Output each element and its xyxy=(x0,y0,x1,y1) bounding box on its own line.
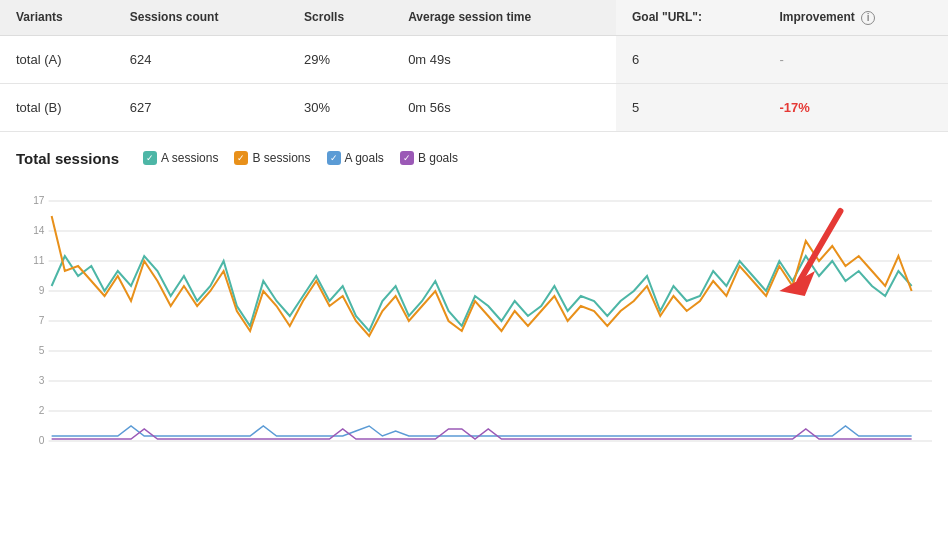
cell-sessions-count-a: 624 xyxy=(114,35,288,83)
cell-scrolls-a: 29% xyxy=(288,35,392,83)
cell-goal-url-b: 5 xyxy=(616,83,763,131)
svg-text:11: 11 xyxy=(33,255,45,266)
cell-variant-b: total (B) xyxy=(0,83,114,131)
svg-text:9: 9 xyxy=(39,285,45,296)
svg-text:17: 17 xyxy=(33,195,45,206)
chart-container: 0 2 3 5 7 9 11 14 17 xyxy=(16,181,932,481)
col-header-sessions-count: Sessions count xyxy=(114,0,288,35)
cell-sessions-count-b: 627 xyxy=(114,83,288,131)
legend-label-a-goals: A goals xyxy=(345,151,384,165)
table-row: total (B) 627 30% 0m 56s 5 -17% xyxy=(0,83,948,131)
b-goals-line xyxy=(52,429,912,439)
legend-label-b-sessions: B sessions xyxy=(252,151,310,165)
col-header-goal-url: Goal "URL": xyxy=(616,0,763,35)
arrow-annotation xyxy=(779,211,840,296)
svg-text:2: 2 xyxy=(39,405,45,416)
cell-scrolls-b: 30% xyxy=(288,83,392,131)
line-chart-svg: 0 2 3 5 7 9 11 14 17 xyxy=(16,181,932,461)
legend-item-a-goals: ✓ A goals xyxy=(327,151,384,165)
chart-section: Total sessions ✓ A sessions ✓ B sessions… xyxy=(0,132,948,491)
variants-table: Variants Sessions count Scrolls Average … xyxy=(0,0,948,132)
chart-header: Total sessions ✓ A sessions ✓ B sessions… xyxy=(16,150,932,167)
improvement-label: Improvement xyxy=(779,10,854,24)
legend-item-b-goals: ✓ B goals xyxy=(400,151,458,165)
col-header-scrolls: Scrolls xyxy=(288,0,392,35)
chart-title: Total sessions xyxy=(16,150,119,167)
legend-check-a-sessions: ✓ xyxy=(143,151,157,165)
cell-avg-time-a: 0m 49s xyxy=(392,35,616,83)
legend-label-b-goals: B goals xyxy=(418,151,458,165)
cell-variant-a: total (A) xyxy=(0,35,114,83)
cell-avg-time-b: 0m 56s xyxy=(392,83,616,131)
b-sessions-line xyxy=(52,216,912,336)
cell-goal-url-a: 6 xyxy=(616,35,763,83)
cell-improvement-a: - xyxy=(763,35,948,83)
svg-text:0: 0 xyxy=(39,435,45,446)
svg-text:7: 7 xyxy=(39,315,45,326)
legend-label-a-sessions: A sessions xyxy=(161,151,218,165)
table-row: total (A) 624 29% 0m 49s 6 - xyxy=(0,35,948,83)
legend-check-b-sessions: ✓ xyxy=(234,151,248,165)
legend-item-a-sessions: ✓ A sessions xyxy=(143,151,218,165)
improvement-value-a: - xyxy=(779,52,783,67)
svg-text:14: 14 xyxy=(33,225,45,236)
improvement-value-b: -17% xyxy=(779,100,809,115)
svg-text:5: 5 xyxy=(39,345,45,356)
svg-line-18 xyxy=(800,211,841,281)
data-table-section: Variants Sessions count Scrolls Average … xyxy=(0,0,948,132)
legend-item-b-sessions: ✓ B sessions xyxy=(234,151,310,165)
legend-check-a-goals: ✓ xyxy=(327,151,341,165)
cell-improvement-b: -17% xyxy=(763,83,948,131)
table-header-row: Variants Sessions count Scrolls Average … xyxy=(0,0,948,35)
chart-legend: ✓ A sessions ✓ B sessions ✓ A goals ✓ B … xyxy=(143,151,458,165)
legend-check-b-goals: ✓ xyxy=(400,151,414,165)
col-header-variants: Variants xyxy=(0,0,114,35)
a-sessions-line xyxy=(52,256,912,331)
col-header-improvement: Improvement i xyxy=(763,0,948,35)
svg-text:3: 3 xyxy=(39,375,45,386)
improvement-info-icon[interactable]: i xyxy=(861,11,875,25)
col-header-avg-session-time: Average session time xyxy=(392,0,616,35)
